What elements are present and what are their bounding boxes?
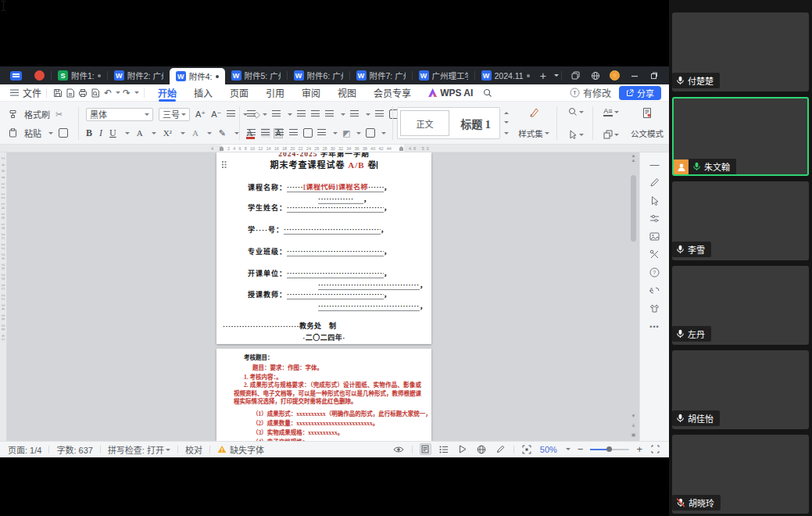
tab-attachment-4-active[interactable]: W附件4: bbox=[170, 68, 225, 84]
zoom-out-button[interactable]: − bbox=[578, 443, 584, 455]
tab-wps-home[interactable] bbox=[4, 66, 28, 84]
select-button[interactable] bbox=[569, 130, 584, 139]
redo-icon[interactable]: ↷ bbox=[120, 87, 133, 99]
zoom-dropdown[interactable] bbox=[566, 448, 571, 453]
cursor-icon[interactable] bbox=[649, 195, 660, 206]
participant-tile-active-speaker[interactable]: 朱文翰 bbox=[672, 97, 809, 176]
participant-tile[interactable]: 胡晓玲 bbox=[672, 435, 809, 514]
style-set-group[interactable]: 样式集 bbox=[516, 107, 552, 139]
text-tool-icon[interactable] bbox=[227, 109, 236, 119]
next-page-icon[interactable]: ▣ bbox=[629, 432, 638, 437]
distribute-icon[interactable] bbox=[303, 128, 313, 138]
align-center-icon[interactable] bbox=[261, 128, 270, 138]
page-view-icon[interactable] bbox=[420, 443, 431, 455]
style-heading1[interactable]: 标题 1 bbox=[452, 108, 499, 138]
tab-attachment-1[interactable]: S附件1: bbox=[52, 66, 107, 84]
menu-insert[interactable]: 插入 bbox=[185, 84, 221, 102]
export-pdf-icon[interactable] bbox=[64, 87, 77, 99]
zoom-slider-knob[interactable] bbox=[606, 446, 612, 452]
paste-dropdown[interactable] bbox=[48, 132, 53, 137]
avatar[interactable] bbox=[610, 70, 621, 81]
tab-list-dropdown[interactable] bbox=[550, 66, 561, 84]
align-justify-icon[interactable] bbox=[289, 128, 299, 138]
web-view-icon[interactable] bbox=[476, 443, 488, 455]
align-right-icon[interactable] bbox=[275, 128, 284, 138]
style-body[interactable]: 正文 bbox=[400, 110, 449, 136]
text-direction-icon[interactable] bbox=[325, 109, 334, 119]
prev-page-icon[interactable]: ≛ bbox=[629, 423, 638, 428]
increase-indent-icon[interactable] bbox=[311, 109, 320, 119]
cut-icon[interactable]: ✂ bbox=[55, 109, 63, 120]
image-tool-icon[interactable] bbox=[649, 231, 660, 242]
collapse-icon[interactable]: — bbox=[649, 159, 660, 170]
save-icon[interactable] bbox=[52, 87, 64, 99]
scroll-down-icon[interactable]: ▼ bbox=[629, 414, 638, 418]
bullet-list-icon[interactable] bbox=[247, 109, 256, 119]
decrease-indent-icon[interactable] bbox=[297, 109, 306, 119]
adjust-icon[interactable] bbox=[649, 213, 660, 224]
new-tab-button[interactable]: + bbox=[536, 66, 550, 84]
tab-attachment-2[interactable]: W附件2: 广州 bbox=[108, 66, 170, 84]
superscript-button[interactable]: X² bbox=[163, 128, 172, 138]
zoom-slider[interactable] bbox=[590, 449, 629, 450]
pen-icon[interactable] bbox=[649, 177, 660, 188]
missing-font-warning[interactable]: 缺失字体 bbox=[217, 443, 264, 456]
redo-dropdown[interactable] bbox=[134, 91, 139, 96]
text-tool-button[interactable]: A≡ bbox=[603, 107, 618, 116]
align-left-icon[interactable] bbox=[247, 128, 256, 138]
fullscreen-icon[interactable] bbox=[649, 443, 661, 455]
tools-icon[interactable] bbox=[649, 249, 660, 260]
eye-icon[interactable] bbox=[393, 443, 405, 455]
play-icon[interactable] bbox=[457, 443, 469, 455]
scroll-top-icon[interactable]: ▲▲ bbox=[629, 153, 638, 163]
tab-attachment-5[interactable]: W附件5: 广州 bbox=[225, 66, 287, 84]
tab-pdf[interactable] bbox=[28, 66, 51, 84]
bold-button[interactable]: B bbox=[86, 127, 92, 139]
hamburger-icon[interactable] bbox=[8, 87, 20, 99]
file-menu[interactable]: 文件 bbox=[23, 86, 41, 99]
tab-attachment-6[interactable]: W附件6: 广州 bbox=[288, 66, 349, 84]
tab-2024-11[interactable]: W2024.11 bbox=[475, 66, 536, 84]
menu-reference[interactable]: 引用 bbox=[257, 84, 293, 102]
font-size-select[interactable]: 三号 bbox=[159, 108, 190, 121]
menu-view[interactable]: 视图 bbox=[329, 84, 365, 102]
participant-tile[interactable]: 付楚楚 bbox=[672, 13, 809, 91]
zoom-in-button[interactable]: + bbox=[636, 443, 642, 455]
restore-button[interactable] bbox=[649, 70, 660, 81]
italic-button[interactable]: I bbox=[99, 127, 102, 139]
gallery-expand-icon[interactable] bbox=[504, 132, 509, 137]
official-doc-group[interactable]: 公文模式 bbox=[630, 107, 664, 139]
find-button[interactable] bbox=[568, 107, 584, 116]
menu-home[interactable]: 开始 bbox=[149, 84, 185, 102]
proofread[interactable]: 校对 bbox=[185, 443, 202, 456]
share-button[interactable]: 分享 bbox=[619, 86, 661, 100]
globe-icon[interactable] bbox=[590, 70, 601, 81]
print-icon[interactable] bbox=[77, 87, 89, 99]
fit-page-icon[interactable] bbox=[521, 443, 533, 455]
document-page-2[interactable]: 考核题目： 题目：要求：作图：字体。 1. 考核内容：。 2. 成果形式与规格要… bbox=[216, 349, 431, 441]
more-icon[interactable]: ••• bbox=[649, 321, 660, 332]
participant-tile[interactable]: 李雪 bbox=[672, 181, 809, 260]
highlight-icon[interactable]: ✎ bbox=[219, 128, 226, 138]
tabs-overview-icon[interactable] bbox=[571, 70, 581, 81]
font-name-select[interactable]: 黑体 bbox=[86, 108, 153, 121]
modified-status[interactable]: 有修改 bbox=[570, 86, 611, 99]
char-scale-icon[interactable] bbox=[350, 109, 359, 119]
undo-icon[interactable]: ↶ bbox=[102, 87, 114, 99]
format-painter-label[interactable]: 格式刷 bbox=[24, 108, 50, 120]
help-icon[interactable]: ? bbox=[649, 267, 660, 278]
line-spacing-icon[interactable] bbox=[317, 128, 327, 138]
zoom-value[interactable]: 50% bbox=[540, 445, 557, 454]
increase-font-icon[interactable]: A⁺ bbox=[195, 109, 206, 120]
participant-tile[interactable]: 胡佳怡 bbox=[672, 350, 809, 429]
spell-check[interactable]: 拼写检查: 打开 bbox=[108, 443, 170, 456]
sort-icon[interactable] bbox=[375, 109, 385, 119]
menu-review[interactable]: 审阅 bbox=[293, 84, 329, 102]
menu-member[interactable]: 会员专享 bbox=[365, 84, 420, 102]
copy-icon[interactable] bbox=[59, 128, 68, 138]
paste-label[interactable]: 粘贴 bbox=[24, 127, 41, 139]
numbered-list-icon[interactable] bbox=[272, 109, 281, 119]
edit-pen-icon[interactable] bbox=[495, 443, 506, 455]
text-effect-icon[interactable]: A bbox=[192, 128, 199, 138]
page-indicator[interactable]: 页面: 1/4 bbox=[8, 443, 41, 456]
